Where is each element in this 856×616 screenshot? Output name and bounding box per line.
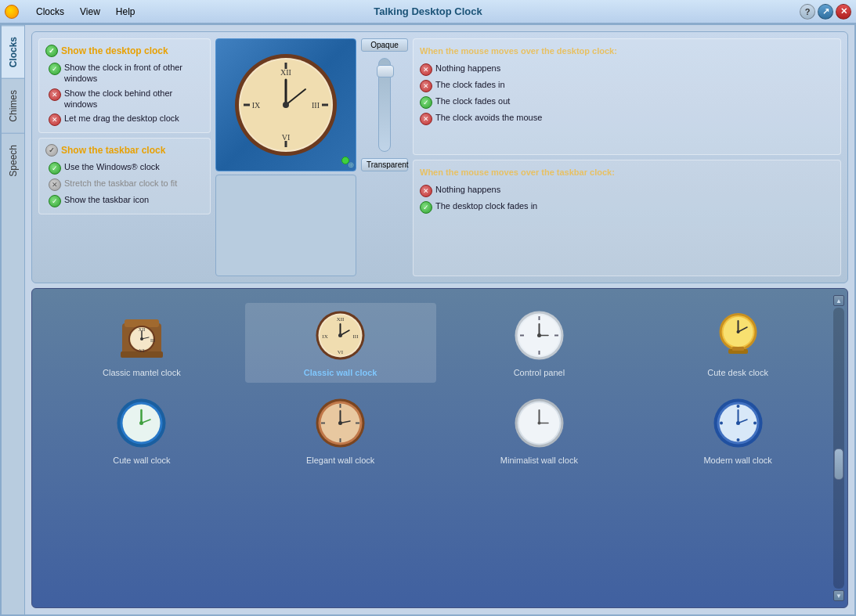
clock-item-elegant-wall[interactable]: Elegant wall clock xyxy=(245,391,436,470)
clock-label-control-panel: Control panel xyxy=(514,367,565,378)
clock-item-classic-mantel[interactable]: XII III VI Classic mantel clock xyxy=(46,303,237,383)
clock-img-classic-mantel: XII III VI xyxy=(114,308,169,362)
mouse-desktop-opt-3: ✕ The clock avoids the mouse xyxy=(420,110,834,127)
front-check: ✓ xyxy=(49,63,61,75)
mouse-taskbar-section: When the mouse moves over the taskbar cl… xyxy=(413,160,841,276)
opacity-bottom-label: Transparent xyxy=(361,158,408,171)
mouse-t1-check: ✓ xyxy=(420,201,432,214)
taskbar-clock-check: ✓ xyxy=(45,144,58,157)
mouse-d2-check: ✓ xyxy=(420,96,432,109)
clock-label-cute-desk: Cute desk clock xyxy=(707,367,768,378)
clock-preview-taskbar xyxy=(215,175,356,276)
drag-check: ✕ xyxy=(49,113,61,126)
preview-clock-svg: XII III VI IX xyxy=(231,50,341,160)
desktop-clock-title[interactable]: ✓ Show the desktop clock xyxy=(45,44,204,57)
svg-text:III: III xyxy=(312,101,320,110)
clock-item-modern-wall[interactable]: Modern wall clock xyxy=(642,391,833,470)
clock-item-cute-wall[interactable]: Cute wall clock xyxy=(46,391,237,470)
menu-clocks[interactable]: Clocks xyxy=(30,5,70,19)
mouse-desktop-opt-2: ✓ The clock fades out xyxy=(420,94,834,110)
svg-rect-52 xyxy=(732,347,744,351)
clock-label-elegant-wall: Elegant wall clock xyxy=(306,455,374,466)
opacity-column: Opaque Transparent xyxy=(361,38,408,276)
clock-img-minimalist-wall xyxy=(511,395,566,450)
clock-preview-desktop: XII III VI IX xyxy=(215,38,356,171)
mouse-desktop-title: When the mouse moves over the desktop cl… xyxy=(420,45,834,56)
option-behind: ✕ Show the clock behind other windows xyxy=(49,86,204,112)
resize-handle[interactable]: ⊕ xyxy=(348,160,354,169)
tab-clocks[interactable]: Clocks xyxy=(2,25,24,78)
taskbar-clock-title[interactable]: ✓ Show the taskbar clock xyxy=(45,143,204,157)
clock-label-modern-wall: Modern wall clock xyxy=(703,455,771,466)
clock-label-minimalist-wall: Minimalist wall clock xyxy=(500,455,578,466)
title-bar-left: Clocks View Help xyxy=(5,5,142,19)
desktop-clock-check: ✓ xyxy=(45,45,58,57)
clock-item-minimalist-wall[interactable]: Minimalist wall clock xyxy=(444,391,635,470)
taskbar-clock-section: ✓ Show the taskbar clock ✓ Use the Windo… xyxy=(38,138,211,214)
mouse-taskbar-title: When the mouse moves over the taskbar cl… xyxy=(420,167,834,178)
clock-label-classic-wall: Classic wall clock xyxy=(304,367,377,378)
menu-help[interactable]: Help xyxy=(110,5,142,19)
svg-text:IX: IX xyxy=(322,333,327,340)
panel-area: ✓ Show the desktop clock ✓ Show the cloc… xyxy=(25,25,854,614)
tab-sidebar: Clocks Chimes Speech xyxy=(2,25,25,614)
clock-item-control-panel[interactable]: Control panel xyxy=(444,303,635,383)
help-button[interactable]: ? xyxy=(800,4,815,20)
clock-img-cute-wall xyxy=(114,395,169,450)
title-bar: Clocks View Help Talking Desktop Clock ?… xyxy=(0,0,856,23)
svg-text:VI: VI xyxy=(338,349,344,355)
svg-text:VI: VI xyxy=(139,348,144,353)
mouse-desktop-opt-0: ✕ Nothing happens xyxy=(420,61,834,77)
menu-view[interactable]: View xyxy=(74,5,107,19)
clock-item-cute-desk[interactable]: Cute desk clock xyxy=(642,303,833,383)
svg-text:III: III xyxy=(353,333,359,340)
svg-point-79 xyxy=(753,421,757,424)
svg-point-81 xyxy=(720,421,723,424)
tab-chimes[interactable]: Chimes xyxy=(2,78,24,133)
options-column: ✓ Show the desktop clock ✓ Show the cloc… xyxy=(38,38,211,276)
mouse-d1-check: ✕ xyxy=(420,80,432,92)
option-windows-clock: ✓ Use the Windows® clock xyxy=(49,160,204,176)
window-controls: ? ↗ ✕ xyxy=(800,4,851,20)
menu-bar: Clocks View Help xyxy=(30,5,142,19)
clock-item-classic-wall[interactable]: XII III VI IX Classic wall clock xyxy=(245,303,436,383)
mouse-taskbar-opt-0: ✕ Nothing happens xyxy=(420,182,834,199)
settings-panel: ✓ Show the desktop clock ✓ Show the cloc… xyxy=(31,31,848,283)
stretch-check: ✕ xyxy=(49,178,61,191)
content-area: Clocks Chimes Speech ✓ Show the desktop … xyxy=(2,25,854,614)
scroll-thumb[interactable] xyxy=(834,448,843,480)
minimize-button[interactable]: ↗ xyxy=(818,4,833,20)
opacity-slider-thumb[interactable] xyxy=(377,65,394,77)
mouse-behavior-column: When the mouse moves over the desktop cl… xyxy=(413,38,841,276)
svg-point-58 xyxy=(139,421,143,425)
svg-text:XII: XII xyxy=(280,68,291,77)
mouse-desktop-opt-1: ✕ The clock fades in xyxy=(420,77,834,94)
clock-preview-column: XII III VI IX xyxy=(215,38,356,276)
clock-label-classic-mantel: Classic mantel clock xyxy=(103,367,181,378)
clock-img-control-panel xyxy=(511,308,566,362)
option-front: ✓ Show the clock in front of other windo… xyxy=(49,60,204,86)
taskbar-icon-check: ✓ xyxy=(49,195,61,207)
scroll-up-arrow[interactable]: ▲ xyxy=(833,295,844,306)
svg-point-74 xyxy=(537,421,540,424)
mouse-t0-check: ✕ xyxy=(420,185,432,197)
mouse-taskbar-opt-1: ✓ The desktop clock fades in xyxy=(420,199,834,215)
svg-point-78 xyxy=(736,405,739,408)
app-icon xyxy=(5,5,19,19)
clock-grid: XII III VI Classic mantel clock xyxy=(38,295,841,479)
svg-point-84 xyxy=(736,421,740,425)
close-button[interactable]: ✕ xyxy=(836,4,851,20)
option-stretch: ✕ Stretch the taskbar clock to fit xyxy=(49,176,204,193)
behind-check: ✕ xyxy=(49,88,61,101)
svg-point-50 xyxy=(736,330,739,333)
scroll-track[interactable] xyxy=(833,308,844,589)
windows-clock-check: ✓ xyxy=(49,162,61,175)
opacity-slider-track[interactable] xyxy=(378,58,391,152)
clock-gallery: XII III VI Classic mantel clock xyxy=(31,288,848,608)
mouse-desktop-section: When the mouse moves over the desktop cl… xyxy=(413,38,841,155)
clock-img-elegant-wall xyxy=(313,395,368,450)
svg-point-13 xyxy=(283,102,289,108)
tab-speech[interactable]: Speech xyxy=(2,133,24,188)
svg-point-34 xyxy=(338,333,342,337)
scroll-down-arrow[interactable]: ▼ xyxy=(833,590,844,601)
